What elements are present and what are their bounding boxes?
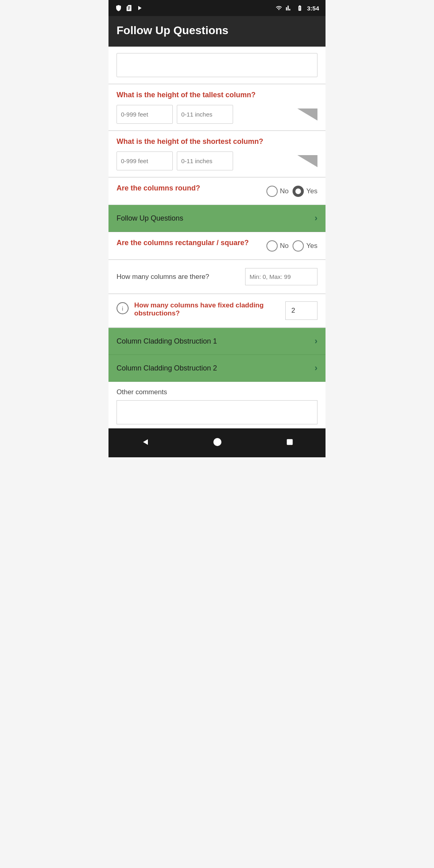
tallest-column-label: What is the height of the tallest column… (117, 91, 317, 99)
app-header: Follow Up Questions (108, 16, 326, 47)
back-button[interactable] (137, 434, 153, 450)
round-yes-label: Yes (306, 187, 317, 195)
shortest-column-label: What is the height of the shortest colum… (117, 137, 317, 146)
how-many-columns-input[interactable] (245, 268, 317, 285)
play-icon (136, 4, 143, 12)
cladding-2-chevron-icon: › (315, 363, 317, 373)
home-icon (213, 437, 222, 447)
cladding-1-chevron-icon: › (315, 336, 317, 346)
status-bar-left (115, 4, 143, 12)
recents-button[interactable] (282, 434, 297, 450)
cladding-obstruction-1-label: Column Cladding Obstruction 1 (117, 337, 217, 346)
tallest-column-feet-input[interactable] (117, 105, 173, 124)
top-input-section (108, 47, 326, 84)
rect-no-circle[interactable] (266, 240, 278, 252)
rect-yes-radio[interactable]: Yes (293, 240, 317, 252)
rect-yes-circle[interactable] (293, 240, 304, 252)
rectangular-columns-section: Are the columns rectangular / square? No… (108, 232, 326, 260)
round-yes-circle[interactable] (293, 186, 304, 197)
other-comments-input[interactable] (117, 400, 317, 424)
other-comments-label: Other comments (117, 388, 317, 396)
fixed-cladding-input[interactable] (285, 301, 317, 320)
page-title: Follow Up Questions (117, 24, 317, 37)
wifi-icon (275, 5, 283, 11)
info-icon: i (117, 302, 129, 314)
cladding-obstruction-1-item[interactable]: Column Cladding Obstruction 1 › (108, 328, 326, 355)
rect-yes-label: Yes (306, 242, 317, 250)
signal-icon (285, 5, 293, 11)
shortest-column-inputs (117, 151, 317, 170)
round-columns-label: Are the columns round? (117, 184, 200, 192)
status-time: 3:54 (307, 5, 319, 12)
shortest-column-section: What is the height of the shortest colum… (108, 131, 326, 177)
tallest-column-inputs (117, 105, 317, 124)
cladding-obstruction-2-label: Column Cladding Obstruction 2 (117, 364, 217, 373)
fixed-cladding-section: i How many columns have fixed cladding o… (108, 294, 326, 328)
shortest-column-inches-input[interactable] (177, 151, 233, 170)
round-columns-row: Are the columns round? No Yes (117, 184, 317, 198)
round-no-circle[interactable] (266, 186, 278, 197)
sim-icon (125, 4, 133, 12)
rectangular-radio-group: No Yes (266, 240, 317, 252)
battery-icon (295, 5, 305, 11)
rect-no-radio[interactable]: No (266, 240, 289, 252)
svg-point-1 (213, 438, 221, 446)
fixed-cladding-input-area (285, 301, 317, 320)
tallest-dropdown-arrow[interactable] (297, 108, 317, 121)
fixed-cladding-label: How many columns have fixed cladding obs… (134, 301, 280, 317)
status-bar: 3:54 (108, 0, 326, 16)
follow-up-nav-item[interactable]: Follow Up Questions › (108, 205, 326, 232)
home-button[interactable] (209, 434, 225, 450)
follow-up-nav-label: Follow Up Questions (117, 214, 183, 223)
round-columns-radio-group: No Yes (266, 186, 317, 197)
nav-bar (108, 428, 326, 457)
tallest-column-section: What is the height of the tallest column… (108, 84, 326, 131)
round-no-radio[interactable]: No (266, 186, 289, 197)
rect-no-label: No (280, 242, 289, 250)
rectangular-columns-row: Are the columns rectangular / square? No… (117, 239, 317, 253)
shortest-column-feet-input[interactable] (117, 151, 173, 170)
how-many-columns-label: How many columns are there? (117, 273, 209, 281)
round-no-label: No (280, 187, 289, 195)
svg-rect-2 (287, 439, 293, 445)
top-input[interactable] (117, 53, 317, 77)
other-comments-section: Other comments (108, 382, 326, 428)
round-yes-radio[interactable]: Yes (293, 186, 317, 197)
rectangular-columns-label: Are the columns rectangular / square? (117, 239, 249, 247)
how-many-columns-section: How many columns are there? (108, 260, 326, 294)
main-content: What is the height of the tallest column… (108, 47, 326, 428)
tallest-column-inches-input[interactable] (177, 105, 233, 124)
back-icon (140, 437, 149, 447)
recents-icon (285, 438, 294, 446)
shield-icon (115, 4, 122, 12)
status-bar-right: 3:54 (275, 5, 319, 12)
svg-marker-0 (143, 439, 148, 445)
cladding-obstruction-2-item[interactable]: Column Cladding Obstruction 2 › (108, 355, 326, 382)
follow-up-chevron-icon: › (315, 213, 317, 223)
shortest-dropdown-arrow[interactable] (297, 155, 317, 167)
round-columns-section: Are the columns round? No Yes (108, 178, 326, 205)
